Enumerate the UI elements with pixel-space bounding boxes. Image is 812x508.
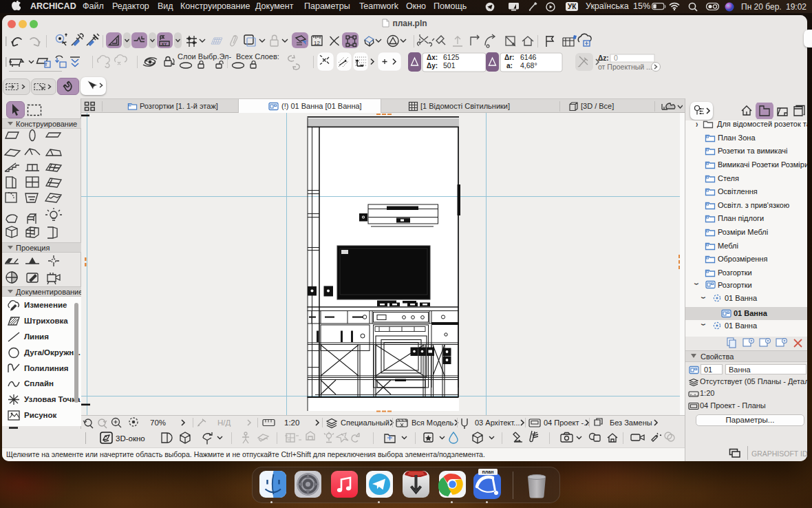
svg-text:Δz:: Δz: — [598, 54, 609, 62]
svg-text:Слои Выбр.Эл-: Слои Выбр.Эл- — [178, 52, 231, 61]
svg-text:Δy:: Δy: — [427, 62, 438, 70]
svg-text:Специальный: Специальный — [341, 419, 389, 427]
svg-text:3D-окно: 3D-окно — [116, 434, 145, 443]
svg-text:Н/Д: Н/Д — [217, 419, 231, 427]
svg-text:4,68°: 4,68° — [520, 61, 537, 70]
svg-text:Δr:: Δr: — [504, 54, 514, 61]
svg-text:6125: 6125 — [443, 53, 460, 61]
svg-text:XY: XY — [162, 42, 167, 46]
svg-text:a:: a: — [506, 62, 513, 70]
svg-text:04 Проект -...: 04 Проект -... — [544, 419, 590, 427]
svg-text:0: 0 — [614, 54, 618, 62]
svg-text:03 Архітект...: 03 Архітект... — [475, 419, 520, 427]
svg-text:Вся Модель: Вся Модель — [412, 419, 454, 427]
svg-text:12: 12 — [314, 40, 320, 46]
svg-text:Всех Слоев:: Всех Слоев: — [236, 52, 279, 61]
svg-text:Без Замены: Без Замены — [610, 419, 652, 427]
svg-text:от Проектный ...: от Проектный ... — [598, 63, 652, 71]
svg-text:план: план — [482, 469, 494, 474]
svg-text:Δx:: Δx: — [427, 54, 438, 61]
svg-text:6146: 6146 — [520, 53, 537, 61]
svg-text:70%: 70% — [150, 419, 166, 427]
svg-text:501: 501 — [443, 61, 456, 70]
svg-text:1:20: 1:20 — [284, 419, 299, 427]
